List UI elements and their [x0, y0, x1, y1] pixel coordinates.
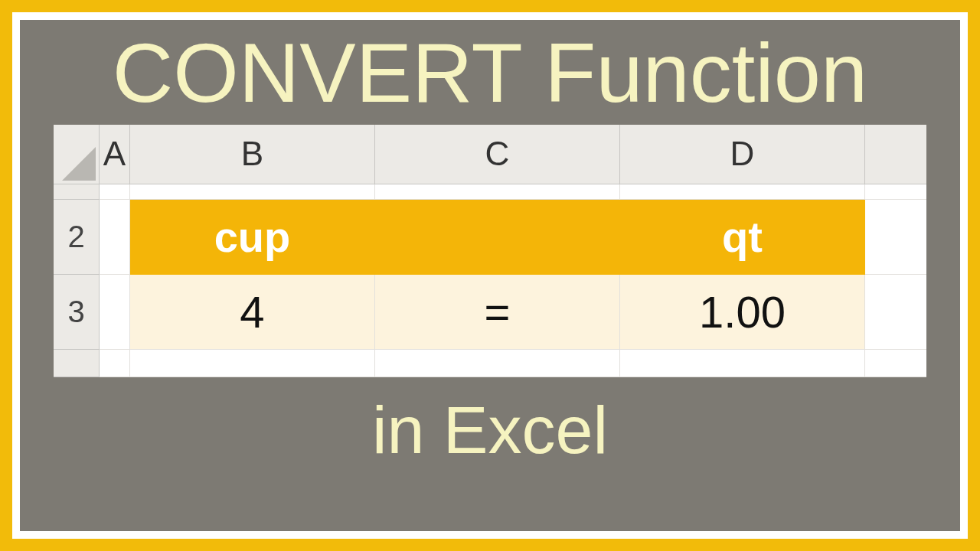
row-header-4[interactable]	[54, 350, 100, 377]
cell-A2[interactable]	[100, 200, 130, 275]
cell-B2[interactable]: cup	[130, 200, 375, 275]
cell-D4[interactable]	[620, 350, 865, 377]
select-all-corner[interactable]	[54, 125, 100, 184]
cell-E1[interactable]	[865, 184, 926, 200]
svg-marker-0	[62, 147, 96, 181]
row-4-partial	[54, 350, 926, 377]
cell-C2[interactable]	[375, 200, 620, 275]
cell-D2[interactable]: qt	[620, 200, 865, 275]
content-panel: CONVERT Function A B C D	[20, 20, 960, 531]
cell-A4[interactable]	[100, 350, 130, 377]
row-header-1[interactable]	[54, 184, 100, 200]
select-all-icon	[62, 147, 96, 181]
cell-C4[interactable]	[375, 350, 620, 377]
spreadsheet: A B C D 2	[54, 125, 926, 377]
row-header-2[interactable]: 2	[54, 200, 100, 275]
column-header-row: A B C D	[54, 125, 926, 184]
col-header-empty	[865, 125, 926, 184]
cell-B3[interactable]: 4	[130, 275, 375, 350]
cell-B4[interactable]	[130, 350, 375, 377]
cell-A3[interactable]	[100, 275, 130, 350]
cell-E3[interactable]	[865, 275, 926, 350]
col-header-C[interactable]: C	[375, 125, 620, 184]
row-2: 2 cup qt	[54, 200, 926, 275]
row-3: 3 4 = 1.00	[54, 275, 926, 350]
title-bottom: in Excel	[372, 391, 608, 468]
title-top: CONVERT Function	[113, 24, 867, 122]
cell-A1[interactable]	[100, 184, 130, 200]
cell-C1[interactable]	[375, 184, 620, 200]
col-header-B[interactable]: B	[130, 125, 375, 184]
row-header-3[interactable]: 3	[54, 275, 100, 350]
outer-frame: CONVERT Function A B C D	[0, 0, 980, 551]
cell-E2[interactable]	[865, 200, 926, 275]
row-1-partial	[54, 184, 926, 200]
cell-C3[interactable]: =	[375, 275, 620, 350]
cell-D3[interactable]: 1.00	[620, 275, 865, 350]
white-border: CONVERT Function A B C D	[12, 12, 968, 539]
cell-B1[interactable]	[130, 184, 375, 200]
col-header-A[interactable]: A	[100, 125, 130, 184]
cell-E4[interactable]	[865, 350, 926, 377]
cell-D1[interactable]	[620, 184, 865, 200]
col-header-D[interactable]: D	[620, 125, 865, 184]
